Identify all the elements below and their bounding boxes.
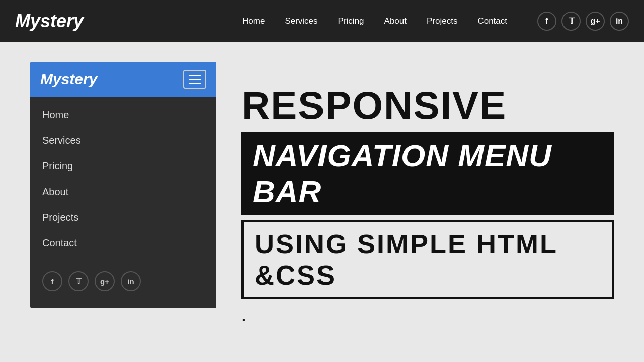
sidebar-header: Mystery: [30, 62, 216, 97]
headline-htmlcss: USING SIMPLE HTML &CSS: [242, 220, 614, 299]
topnav-link-pricing[interactable]: Pricing: [338, 16, 364, 26]
linkedin-icon-top[interactable]: in: [610, 12, 629, 31]
sidebar-link-projects[interactable]: Projects: [30, 205, 216, 230]
top-navbar: Mystery HomeServicesPricingAboutProjects…: [0, 0, 644, 42]
sidebar-logo: Mystery: [40, 71, 97, 88]
topnav-link-services[interactable]: Services: [285, 16, 317, 26]
hamburger-line-1: [189, 75, 201, 76]
googleplus-icon-top[interactable]: g+: [586, 12, 605, 31]
topnav-link-about[interactable]: About: [384, 16, 407, 26]
linkedin-icon-sidebar[interactable]: in: [121, 271, 141, 291]
facebook-icon-sidebar[interactable]: f: [42, 271, 62, 291]
topnav-link-contact[interactable]: Contact: [477, 16, 507, 26]
topnav-social: f𝕋g+in: [537, 12, 629, 31]
topnav-link-projects[interactable]: Projects: [427, 16, 457, 26]
sidebar-link-services[interactable]: Services: [30, 128, 216, 153]
sidebar-social-icons: f𝕋g+in: [30, 261, 216, 301]
sidebar-link-pricing[interactable]: Pricing: [30, 153, 216, 179]
hamburger-line-2: [189, 79, 201, 80]
sidebar-link-contact[interactable]: Contact: [30, 230, 216, 256]
googleplus-icon-sidebar[interactable]: g+: [95, 271, 115, 291]
topnav-links: HomeServicesPricingAboutProjectsContact: [242, 16, 507, 26]
dot: .: [242, 309, 614, 325]
sidebar-nav: HomeServicesPricingAboutProjectsContact: [30, 97, 216, 261]
sidebar-link-about[interactable]: About: [30, 179, 216, 205]
sidebar: Mystery HomeServicesPricingAboutProjects…: [30, 62, 216, 308]
main-content: RESPONSIVE NAVIGATION MENU BAR USING SIM…: [242, 62, 614, 342]
twitter-icon-sidebar[interactable]: 𝕋: [68, 271, 89, 291]
page-content: Mystery HomeServicesPricingAboutProjects…: [0, 42, 644, 362]
sidebar-link-home[interactable]: Home: [30, 102, 216, 128]
facebook-icon-top[interactable]: f: [537, 12, 556, 31]
topnav-link-home[interactable]: Home: [242, 16, 265, 26]
headline-responsive: RESPONSIVE: [242, 84, 614, 127]
headline-navmenu: NAVIGATION MENU BAR: [242, 132, 614, 215]
hamburger-line-3: [189, 83, 201, 84]
hamburger-button[interactable]: [183, 70, 206, 89]
topnav-logo: Mystery: [15, 11, 84, 32]
twitter-icon-top[interactable]: 𝕋: [561, 12, 581, 31]
